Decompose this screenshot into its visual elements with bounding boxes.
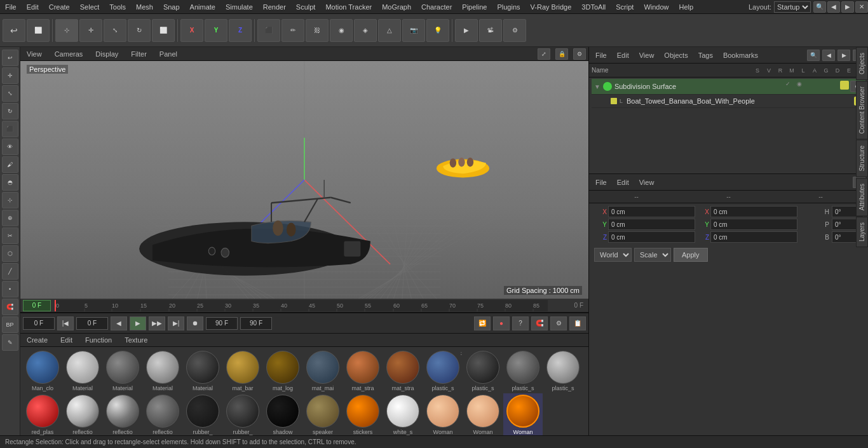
menu-motiontracker[interactable]: Motion Tracker bbox=[320, 2, 377, 12]
menu-simulate[interactable]: Simulate bbox=[220, 2, 258, 12]
apply-button[interactable]: Apply bbox=[674, 248, 708, 262]
axis-y-btn[interactable]: Y bbox=[205, 19, 227, 42]
sidebar-select-btn[interactable]: ⊹ bbox=[2, 192, 18, 208]
scale-dropdown[interactable]: Scale bbox=[634, 248, 671, 262]
nav-back-btn[interactable]: ◀ bbox=[827, 1, 840, 13]
menu-animate[interactable]: Animate bbox=[185, 2, 220, 12]
snap-timeline-btn[interactable]: 🧲 bbox=[531, 316, 548, 330]
coord-z2-input[interactable] bbox=[710, 231, 797, 243]
coord-x-input[interactable] bbox=[608, 206, 695, 217]
redo-btn[interactable]: ⬜ bbox=[27, 19, 50, 42]
sidebar-sculpt-btn[interactable]: ◓ bbox=[2, 174, 18, 191]
mat-item-mat-stra2[interactable]: mat_stra bbox=[383, 350, 423, 393]
frame-end-input[interactable] bbox=[206, 317, 238, 330]
render-region-btn[interactable]: 📽 bbox=[479, 19, 502, 42]
sidebar-magnet-btn[interactable]: ⊕ bbox=[2, 210, 18, 226]
sidebar-point-btn[interactable]: • bbox=[2, 281, 18, 297]
mat-texture-btn[interactable]: Texture bbox=[121, 335, 151, 345]
sidebar-snap-btn[interactable]: 🧲 bbox=[2, 299, 18, 315]
tab-content-browser[interactable]: Content Browser bbox=[856, 81, 868, 139]
obj-tags-btn[interactable]: Tags bbox=[695, 50, 717, 60]
menu-help[interactable]: Help bbox=[674, 2, 699, 12]
play-btn[interactable]: ▶ bbox=[130, 316, 146, 330]
transform-btn[interactable]: ⬜ bbox=[152, 19, 175, 42]
mat-item-mat-stra1[interactable]: mat_stra bbox=[343, 350, 383, 393]
timeline-settings-btn[interactable]: ⚙ bbox=[550, 316, 567, 330]
play-fwd-btn[interactable]: ▶▶ bbox=[149, 316, 165, 330]
sphere-btn[interactable]: ◉ bbox=[330, 19, 353, 42]
tab-layers[interactable]: Layers bbox=[856, 217, 868, 247]
axis-z-btn[interactable]: Z bbox=[229, 19, 252, 42]
sidebar-paint-btn[interactable]: 🖌 bbox=[2, 156, 18, 173]
sidebar-knife-btn[interactable]: ✂ bbox=[2, 227, 18, 244]
world-dropdown[interactable]: World bbox=[594, 248, 632, 262]
sidebar-camera-btn[interactable]: 👁 bbox=[2, 139, 18, 155]
vp-settings-btn[interactable]: ⚙ bbox=[573, 48, 586, 60]
search-btn[interactable]: 🔍 bbox=[813, 1, 826, 13]
vp-view-btn[interactable]: View bbox=[23, 49, 46, 59]
light-btn[interactable]: 💡 bbox=[426, 19, 449, 42]
axis-x-btn[interactable]: X bbox=[180, 19, 203, 42]
mat-item-material3[interactable]: Material bbox=[143, 350, 182, 393]
menu-pipeline[interactable]: Pipeline bbox=[457, 2, 492, 12]
mat-item-woman3[interactable]: Woman bbox=[503, 393, 543, 437]
menu-tools[interactable]: Tools bbox=[104, 2, 131, 12]
menu-vray[interactable]: V-Ray Bridge bbox=[526, 2, 577, 12]
vp-display-btn[interactable]: Display bbox=[92, 49, 122, 59]
render-settings-btn[interactable]: ⚙ bbox=[503, 19, 526, 42]
mat-item-red-plas[interactable]: red_plas bbox=[23, 393, 62, 437]
menu-render[interactable]: Render bbox=[258, 2, 291, 12]
obj-color-swatch[interactable] bbox=[840, 81, 849, 90]
viewport[interactable]: Perspective Grid Spacing : 1000 cm bbox=[20, 61, 588, 299]
undo-btn[interactable]: ↩ bbox=[3, 19, 25, 42]
obj-view-btn[interactable]: View bbox=[635, 50, 658, 60]
record-btn[interactable]: ⏺ bbox=[187, 316, 203, 330]
obj-row-subdivision[interactable]: ▼ Subdivision Surface ✓ ◉ ⚙ bbox=[592, 79, 865, 95]
play-back-btn[interactable]: ◀ bbox=[111, 316, 127, 330]
menu-script[interactable]: Script bbox=[611, 2, 639, 12]
mat-item-white-s[interactable]: white_s bbox=[383, 393, 423, 437]
obj-row-boat[interactable]: L Boat_Towed_Banana_Boat_With_People bbox=[592, 95, 865, 108]
mat-item-rubber2[interactable]: rubber_ bbox=[223, 393, 262, 437]
vp-cameras-btn[interactable]: Cameras bbox=[51, 49, 87, 59]
next-key-btn[interactable]: ▶| bbox=[168, 316, 184, 330]
mat-item-rubber1[interactable]: rubber_ bbox=[183, 393, 222, 437]
coord-y2-input[interactable] bbox=[710, 219, 797, 230]
deform-btn[interactable]: ◈ bbox=[354, 19, 377, 42]
tab-objects[interactable]: Objects bbox=[856, 47, 868, 80]
scale-tool-btn[interactable]: ⤡ bbox=[104, 19, 126, 42]
sidebar-edge-btn[interactable]: ╱ bbox=[2, 263, 18, 280]
mat-item-plastic-s4[interactable]: plastic_s bbox=[543, 350, 583, 393]
mat-item-plastic-s1[interactable]: ; plastic_s bbox=[423, 350, 463, 393]
null-btn[interactable]: △ bbox=[378, 19, 401, 42]
menu-create[interactable]: Create bbox=[44, 2, 75, 12]
attr-file-btn[interactable]: File bbox=[592, 177, 611, 187]
mat-create-btn[interactable]: Create bbox=[23, 335, 51, 345]
key-btn[interactable]: ? bbox=[512, 316, 529, 330]
mat-item-woman2[interactable]: Woman bbox=[463, 393, 503, 437]
sidebar-move-btn[interactable]: ✛ bbox=[2, 67, 18, 84]
menu-mesh[interactable]: Mesh bbox=[131, 2, 158, 12]
menu-select[interactable]: Select bbox=[75, 2, 105, 12]
coord-x2-input[interactable] bbox=[710, 206, 797, 217]
nav-fwd-btn[interactable]: ▶ bbox=[841, 1, 854, 13]
mat-item-reflect2[interactable]: reflectio bbox=[103, 393, 142, 437]
tab-attributes[interactable]: Attributes bbox=[856, 178, 868, 216]
frame-current-input[interactable] bbox=[76, 317, 108, 330]
mat-item-stickers[interactable]: stickers bbox=[343, 393, 383, 437]
menu-snap[interactable]: Snap bbox=[158, 2, 185, 12]
menu-sculpt[interactable]: Sculpt bbox=[291, 2, 321, 12]
prev-key-btn[interactable]: |◀ bbox=[57, 316, 74, 330]
obj-edit-btn[interactable]: Edit bbox=[613, 50, 633, 60]
coord-z-input[interactable] bbox=[608, 231, 695, 243]
move-tool-btn[interactable]: ✛ bbox=[79, 19, 102, 42]
vp-expand-btn[interactable]: ⤢ bbox=[538, 48, 550, 60]
pen-btn[interactable]: ✏ bbox=[281, 19, 304, 42]
sidebar-bp-btn[interactable]: BP bbox=[2, 316, 18, 333]
sidebar-undo-btn[interactable]: ↩ bbox=[2, 50, 18, 66]
camera-btn[interactable]: 📷 bbox=[402, 19, 425, 42]
render-btn[interactable]: ▶ bbox=[455, 19, 478, 42]
sidebar-box-btn[interactable]: ⬛ bbox=[2, 121, 18, 137]
mat-item-plastic-s3[interactable]: plastic_s bbox=[503, 350, 543, 393]
layout-select[interactable]: Startup bbox=[774, 1, 811, 13]
